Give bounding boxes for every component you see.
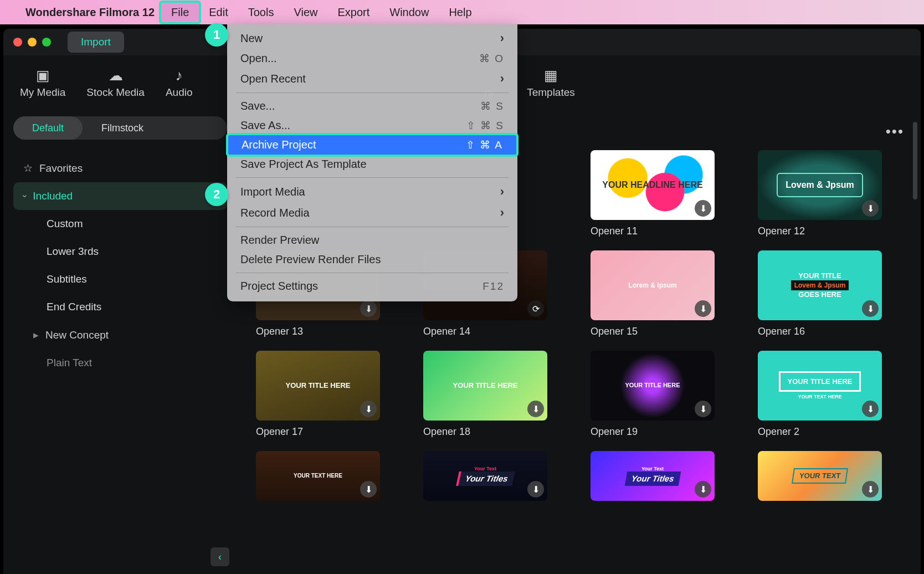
menu-edit[interactable]: Edit <box>199 3 238 22</box>
menu-item-open-recent[interactable]: Open Recent› <box>227 68 517 89</box>
chevron-right-icon: › <box>500 206 504 220</box>
star-icon: ☆ <box>23 162 33 175</box>
card-label: Opener 12 <box>758 226 882 237</box>
menu-item-record-media[interactable]: Record Media› <box>227 202 517 223</box>
menu-item-save[interactable]: Save...⌘ S <box>227 96 517 116</box>
menu-separator <box>236 177 509 178</box>
card-opener-2[interactable]: YOUR TITLE HERE YOUR TEXT HERE ⬇ Opener … <box>758 351 882 438</box>
card-label: Opener 16 <box>758 326 882 337</box>
menu-item-import-media[interactable]: Import Media› <box>227 181 517 202</box>
download-icon[interactable]: ⬇ <box>360 300 377 317</box>
sidebar-item-favorites[interactable]: ☆ Favorites <box>13 154 227 182</box>
sidebar-item-end-credits[interactable]: End Credits <box>13 293 227 321</box>
music-icon: ♪ <box>170 68 188 83</box>
card-row4-1[interactable]: YOUR TEXT HERE⬇ <box>256 451 380 501</box>
menu-item-new[interactable]: New› <box>227 28 517 49</box>
sidebar-item-custom[interactable]: Custom <box>13 210 227 238</box>
menu-window[interactable]: Window <box>379 3 439 22</box>
card-label: Opener 17 <box>256 426 380 438</box>
tab-audio[interactable]: ♪Audio <box>166 68 193 99</box>
file-dropdown: New› Open...⌘ O Open Recent› Save...⌘ S … <box>227 24 517 301</box>
card-row4-2[interactable]: Your Text Your Titles ⬇ <box>423 451 547 501</box>
download-icon[interactable]: ⬇ <box>862 200 879 217</box>
download-icon[interactable]: ⬇ <box>862 481 879 498</box>
chevron-right-icon: › <box>500 71 504 86</box>
menu-item-project-settings[interactable]: Project SettingsF12 <box>227 276 517 296</box>
card-opener-11[interactable]: YOUR HEADLINE HERE⬇ Opener 11 <box>591 150 715 237</box>
callout-2: 2 <box>205 183 228 206</box>
menu-item-save-template[interactable]: Save Project As Template <box>227 155 517 174</box>
import-button[interactable]: Import <box>68 32 124 53</box>
filter-filmstock[interactable]: Filmstock <box>83 116 162 140</box>
download-icon[interactable]: ⬇ <box>527 401 544 417</box>
templates-icon: ▦ <box>541 68 560 83</box>
card-row4-4[interactable]: YOUR TEXT⬇ <box>758 451 882 501</box>
download-icon[interactable]: ⬇ <box>360 401 377 417</box>
filter-tabs: Default Filmstock <box>13 116 227 140</box>
card-opener-15[interactable]: Lorem & Ipsum⬇ Opener 15 <box>591 250 715 337</box>
card-opener-17[interactable]: YOUR TITLE HERE⬇ Opener 17 <box>256 351 380 438</box>
menu-separator <box>236 227 509 227</box>
card-opener-12[interactable]: Lovem & Jpsum⬇ Opener 12 <box>758 150 882 237</box>
card-opener-18[interactable]: YOUR TITLE HERE⬇ Opener 18 <box>423 351 547 438</box>
menu-item-delete-preview[interactable]: Delete Preview Render Files <box>227 250 517 269</box>
chevron-right-icon: › <box>500 184 504 199</box>
refresh-icon[interactable]: ⟳ <box>527 300 544 317</box>
chevron-down-icon: › <box>20 194 30 197</box>
menu-item-render-preview[interactable]: Render Preview <box>227 230 517 250</box>
chevron-right-icon: ▸ <box>33 329 39 341</box>
download-icon[interactable]: ⬇ <box>695 300 711 317</box>
minimize-icon[interactable] <box>28 38 37 47</box>
card-label: Opener 18 <box>423 426 547 438</box>
app-name[interactable]: Wondershare Filmora 12 <box>16 3 161 22</box>
close-icon[interactable] <box>13 38 22 47</box>
macos-menubar: Wondershare Filmora 12 File Edit Tools V… <box>0 0 924 24</box>
menu-item-save-as[interactable]: Save As...⇧ ⌘ S <box>227 116 517 135</box>
sidebar-item-included[interactable]: › Included <box>13 182 227 210</box>
card-label: Opener 11 <box>591 226 715 237</box>
menu-export[interactable]: Export <box>327 3 379 22</box>
sidebar-item-plain-text[interactable]: Plain Text <box>13 349 227 377</box>
more-icon[interactable]: ••• <box>886 123 904 140</box>
card-opener-16[interactable]: YOUR TITLE Lovem & Jpsum GOES HERE ⬇ Ope… <box>758 250 882 337</box>
media-icon: ▣ <box>33 68 52 83</box>
download-icon[interactable]: ⬇ <box>862 401 879 417</box>
cloud-icon: ☁ <box>106 68 125 83</box>
download-icon[interactable]: ⬇ <box>360 481 377 498</box>
menu-file[interactable]: File <box>161 3 199 22</box>
tab-templates[interactable]: ▦Templates <box>527 68 575 99</box>
sidebar-item-label: Included <box>33 190 73 202</box>
card-row4-3[interactable]: Your Text Your Titles ⬇ <box>591 451 715 501</box>
card-label: Opener 13 <box>256 326 380 337</box>
tab-my-media[interactable]: ▣My Media <box>20 68 65 99</box>
download-icon[interactable]: ⬇ <box>527 481 544 498</box>
menu-item-open[interactable]: Open...⌘ O <box>227 49 517 68</box>
menu-separator <box>236 273 509 273</box>
menu-item-archive-project[interactable]: Archive Project⇧ ⌘ A <box>228 135 516 155</box>
menu-help[interactable]: Help <box>439 3 481 22</box>
download-icon[interactable]: ⬇ <box>695 200 711 217</box>
scrollbar[interactable] <box>913 122 917 199</box>
traffic-lights <box>13 38 51 47</box>
sidebar-item-label: Favorites <box>39 162 83 175</box>
card-label: Opener 2 <box>758 426 882 438</box>
callout-1: 1 <box>205 23 228 47</box>
tab-stock-media[interactable]: ☁Stock Media <box>86 68 145 99</box>
sidebar: Default Filmstock ☆ Favorites › Included… <box>3 111 237 574</box>
maximize-icon[interactable] <box>42 38 51 47</box>
collapse-sidebar-button[interactable]: ‹ <box>211 547 229 566</box>
sidebar-item-subtitles[interactable]: Subtitles <box>13 265 227 293</box>
menu-separator <box>236 93 509 93</box>
sidebar-item-new-concept[interactable]: ▸ New Concept <box>13 321 227 349</box>
sidebar-item-label: New Concept <box>45 329 109 341</box>
sidebar-item-lower-3rds[interactable]: Lower 3rds <box>13 238 227 265</box>
filter-default[interactable]: Default <box>13 116 83 140</box>
download-icon[interactable]: ⬇ <box>695 481 711 498</box>
menu-tools[interactable]: Tools <box>238 3 284 22</box>
download-icon[interactable]: ⬇ <box>695 401 711 417</box>
chevron-right-icon: › <box>500 31 504 45</box>
download-icon[interactable]: ⬇ <box>862 300 879 317</box>
card-opener-19[interactable]: YOUR TITLE HERE⬇ Opener 19 <box>591 351 715 438</box>
menu-view[interactable]: View <box>284 3 327 22</box>
card-label: Opener 15 <box>591 326 715 337</box>
